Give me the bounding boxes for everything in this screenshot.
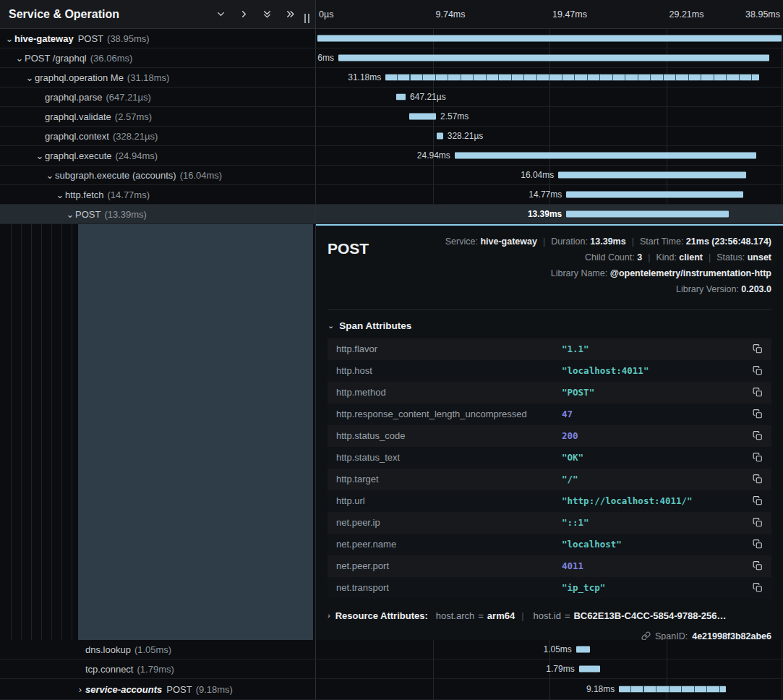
span-label-cell[interactable]: ⌄ hive-gateway POST (38.95ms): [0, 29, 316, 48]
span-bar[interactable]: [558, 172, 746, 179]
span-bar[interactable]: [576, 646, 590, 653]
copy-icon[interactable]: [753, 539, 763, 550]
span-bar[interactable]: [566, 192, 743, 198]
span-bar[interactable]: [385, 74, 759, 81]
resource-value: BC62E13B-C4CC-5854-9788-256…: [573, 610, 726, 621]
attribute-row: http.flavor "1.1": [328, 338, 771, 360]
span-row[interactable]: graphql.validate (2.57ms) 2.57ms: [0, 107, 783, 127]
span-label-cell[interactable]: › service-accounts POST (9.18ms): [0, 679, 316, 699]
expand-chevron-icon[interactable]: ›: [75, 685, 85, 694]
copy-icon[interactable]: [753, 430, 763, 441]
span-row[interactable]: › service-accounts POST (9.18ms) 9.18ms: [0, 679, 783, 700]
attribute-key: net.peer.port: [336, 560, 562, 571]
bar-duration-label: 6ms: [317, 53, 334, 63]
span-attributes-header[interactable]: ⌄ Span Attributes: [328, 320, 771, 331]
span-label-cell[interactable]: ⌄ subgraph.execute (accounts) (16.04ms): [0, 166, 316, 184]
bar-duration-label: 647.21µs: [410, 92, 446, 102]
meta-label: Library Version:: [676, 284, 741, 294]
span-row[interactable]: ⌄ graphql.operation Me (31.18ms) 31.18ms: [0, 68, 783, 88]
copy-icon[interactable]: [753, 365, 763, 376]
span-bar-cell: 14.77ms: [316, 185, 783, 204]
span-operation-name: graphql.validate: [45, 111, 111, 122]
expand-chevron-icon[interactable]: ⌄: [25, 73, 35, 82]
expand-chevron-icon[interactable]: ⌄: [14, 54, 25, 63]
span-bar[interactable]: [455, 153, 756, 159]
chevron-right-icon[interactable]: [239, 9, 249, 20]
span-label-cell[interactable]: ⌄ graphql.execute (24.94ms): [0, 146, 316, 165]
span-label-cell[interactable]: graphql.parse (647.21µs): [0, 88, 316, 106]
attribute-value: "POST": [562, 387, 753, 398]
timeline-ruler: 0µs9.74ms19.47ms29.21ms38.95ms: [316, 0, 783, 28]
span-bar-cell: [316, 29, 783, 48]
copy-icon[interactable]: [753, 517, 763, 528]
span-row[interactable]: tcp.connect (1.79ms) 1.79ms: [0, 660, 783, 679]
expand-chevron-icon[interactable]: ⌄: [65, 210, 75, 219]
span-row[interactable]: ⌄ subgraph.execute (accounts) (16.04ms) …: [0, 166, 783, 185]
span-label-cell[interactable]: ⌄ http.fetch (14.77ms): [0, 185, 316, 204]
attribute-row: http.method "POST": [328, 382, 771, 404]
attribute-row: http.target "/": [328, 469, 771, 490]
expand-chevron-icon[interactable]: ⌄: [45, 171, 55, 180]
copy-icon[interactable]: [753, 452, 763, 463]
chevron-down-icon[interactable]: [215, 9, 226, 20]
span-row[interactable]: ⌄ graphql.execute (24.94ms) 24.94ms: [0, 146, 783, 166]
copy-icon[interactable]: [753, 495, 763, 506]
copy-icon[interactable]: [753, 474, 763, 485]
bar-duration-label: 9.18ms: [586, 684, 615, 694]
span-row[interactable]: graphql.context (328.21µs) 328.21µs: [0, 127, 783, 146]
span-bar[interactable]: [437, 133, 442, 140]
attribute-key: http.url: [336, 495, 562, 506]
span-label-cell[interactable]: dns.lookup (1.05ms): [0, 640, 316, 659]
bar-duration-label: 16.04ms: [521, 170, 554, 180]
meta-label: Start Time:: [640, 236, 686, 247]
resource-attributes-line[interactable]: › Resource Attributes: host.arch=arm64|h…: [328, 610, 771, 621]
panel-resizer[interactable]: [304, 14, 309, 23]
copy-icon[interactable]: [753, 387, 763, 398]
expanded-span-box[interactable]: [78, 224, 313, 640]
span-bar-cell: 6ms: [316, 48, 783, 67]
attribute-row: http.status_code 200: [328, 425, 771, 447]
span-label-cell[interactable]: graphql.validate (2.57ms): [0, 107, 316, 126]
span-row[interactable]: ⌄ hive-gateway POST (38.95ms): [0, 29, 783, 48]
expand-chevron-icon[interactable]: ⌄: [55, 190, 65, 200]
span-duration-text: (328.21µs): [113, 131, 158, 142]
double-chevron-right-icon[interactable]: [285, 9, 296, 20]
meta-value: 21ms (23:56:48.174): [686, 236, 771, 247]
span-bar[interactable]: [566, 211, 729, 218]
span-operation-name: graphql.context: [45, 131, 109, 142]
span-label-cell[interactable]: ⌄ POST (13.39ms): [0, 205, 316, 223]
link-icon[interactable]: [641, 631, 651, 640]
span-bar-cell: 13.39ms: [316, 205, 783, 223]
copy-icon[interactable]: [753, 343, 763, 354]
span-label-cell[interactable]: ⌄ POST /graphql (36.06ms): [0, 48, 316, 67]
span-row[interactable]: dns.lookup (1.05ms) 1.05ms: [0, 640, 783, 660]
span-row[interactable]: ⌄ POST (13.39ms) 13.39ms: [0, 205, 783, 224]
span-label-cell[interactable]: graphql.context (328.21µs): [0, 127, 316, 145]
copy-icon[interactable]: [753, 582, 763, 593]
span-bar[interactable]: [619, 686, 726, 693]
copy-icon[interactable]: [753, 560, 763, 571]
span-service-name: hive-gateway: [14, 33, 74, 44]
span-label-cell[interactable]: tcp.connect (1.79ms): [0, 660, 316, 678]
span-bar-cell: 16.04ms: [316, 166, 783, 184]
meta-label: Duration:: [551, 236, 590, 247]
meta-value: 3: [637, 252, 642, 262]
span-bar[interactable]: [579, 666, 601, 673]
span-duration-text: (13.39ms): [104, 209, 147, 220]
resource-key: host.id: [534, 610, 561, 621]
span-label-cell[interactable]: ⌄ graphql.operation Me (31.18ms): [0, 68, 316, 87]
copy-icon[interactable]: [753, 409, 763, 419]
span-bar[interactable]: [338, 55, 769, 61]
expand-chevron-icon[interactable]: ⌄: [35, 151, 45, 161]
meta-line: Child Count: 3|Kind: client|Status: unse…: [445, 250, 771, 266]
double-chevron-down-icon[interactable]: [262, 9, 273, 20]
expand-chevron-icon[interactable]: ⌄: [4, 34, 14, 43]
attribute-value: 200: [562, 430, 753, 441]
span-row[interactable]: ⌄ POST /graphql (36.06ms) 6ms: [0, 48, 783, 68]
span-bar[interactable]: [396, 94, 406, 101]
span-row[interactable]: ⌄ http.fetch (14.77ms) 14.77ms: [0, 185, 783, 205]
selected-span-expanded-area[interactable]: [0, 224, 316, 640]
span-bar[interactable]: [317, 35, 782, 42]
span-bar[interactable]: [409, 114, 436, 120]
span-row[interactable]: graphql.parse (647.21µs) 647.21µs: [0, 88, 783, 107]
